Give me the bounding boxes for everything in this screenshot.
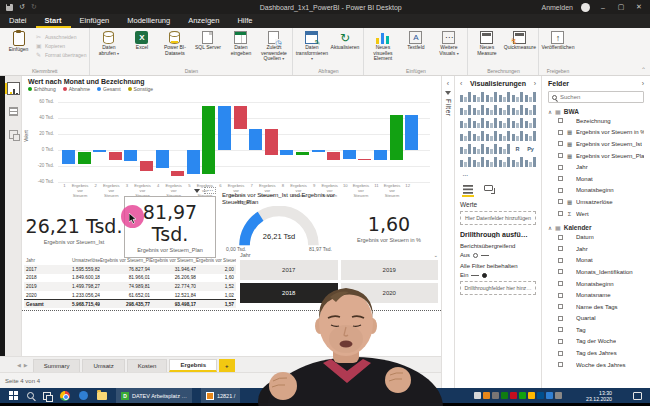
maximize-button[interactable]: ▢ <box>616 3 626 11</box>
visual-type-icon[interactable] <box>473 117 484 128</box>
waterfall-bar[interactable] <box>109 152 122 160</box>
waterfall-bar[interactable] <box>93 150 106 152</box>
visual-type-icon[interactable] <box>499 130 510 141</box>
notification-center-icon[interactable] <box>633 392 642 400</box>
checkbox[interactable] <box>558 339 563 344</box>
field-item[interactable]: Bezeichnung <box>548 115 644 127</box>
visual-type-icon[interactable] <box>499 104 510 115</box>
table-row[interactable]: Gesamt 5.968.715,49 298.435,77 93.498,17… <box>24 299 236 308</box>
add-page-button[interactable]: + <box>219 359 235 372</box>
field-item[interactable]: Monats_Identifikation <box>548 266 644 278</box>
cross-report-toggle[interactable]: Aus <box>460 252 536 258</box>
field-item[interactable]: Jahr <box>548 243 644 255</box>
ribbon-button[interactable]: Aktualisieren <box>329 30 360 51</box>
table-row[interactable]: 2019 1.499.798,27 74.989,81 22.774,70 1,… <box>24 282 236 291</box>
expand-icon[interactable]: ‹ <box>447 80 449 87</box>
table-node-kalender[interactable]: ∧ ▦ Kalender <box>548 224 644 231</box>
table-row[interactable]: 2018 1.849.600,18 81.966,01 26.206,98 1,… <box>24 274 236 283</box>
checkbox[interactable] <box>558 269 563 274</box>
ribbon-button[interactable]: Daten eingeben <box>225 30 256 56</box>
tab-start[interactable]: Start <box>36 14 71 28</box>
field-item[interactable]: ▦ Umsatzerlöse <box>548 196 644 208</box>
field-item[interactable]: Monatsname <box>548 289 644 301</box>
waterfall-bar[interactable] <box>343 150 356 159</box>
expand-icon[interactable]: › <box>534 80 536 87</box>
visual-type-icon[interactable] <box>512 117 523 128</box>
checkbox[interactable] <box>558 153 563 158</box>
visual-type-icon[interactable] <box>473 143 484 154</box>
waterfall-bar[interactable] <box>234 106 247 129</box>
search-input[interactable] <box>560 94 640 100</box>
visual-type-icon[interactable] <box>486 91 497 102</box>
waterfall-bar[interactable] <box>358 159 371 160</box>
ribbon-button[interactable]: Quickmeasure <box>504 30 535 51</box>
tray-icon[interactable] <box>537 392 544 399</box>
report-view-button[interactable] <box>7 82 20 95</box>
ribbon-button[interactable]: Daten abrufen ▾ <box>93 30 124 56</box>
format-painter-button[interactable]: ✎Format übertragen <box>36 51 86 58</box>
more-options-icon[interactable]: ⋯ <box>204 187 216 194</box>
visual-type-icon[interactable] <box>512 130 523 141</box>
visual-type-icon[interactable] <box>486 130 497 141</box>
tab-datei[interactable]: Datei <box>0 14 36 28</box>
visual-type-icon[interactable] <box>525 117 536 128</box>
tab-modellierung[interactable]: Modellierung <box>118 14 179 28</box>
slicer-option-2019[interactable]: 2019 <box>341 260 439 280</box>
ribbon-button[interactable]: Neues visuelles Element <box>367 30 398 62</box>
checkbox[interactable] <box>558 118 563 123</box>
taskbar-search-icon[interactable] <box>27 392 34 399</box>
visual-type-icon[interactable] <box>499 156 510 167</box>
visual-type-icon[interactable] <box>486 156 497 167</box>
page-tab-ergebnis[interactable]: Ergebnis <box>169 359 217 372</box>
field-item[interactable]: Quartal <box>548 313 644 325</box>
visual-type-icon[interactable]: R <box>512 143 523 154</box>
visual-type-icon[interactable] <box>460 156 471 167</box>
taskbar-app-number[interactable]: 12821 / <box>201 388 240 403</box>
checkbox[interactable] <box>558 141 563 146</box>
checkbox[interactable] <box>558 246 563 251</box>
next-page-icon[interactable]: ▶ <box>24 362 28 368</box>
collapse-icon[interactable]: ∧ <box>548 109 552 115</box>
collapse-icon[interactable]: ‹ <box>460 80 462 87</box>
ribbon-button[interactable]: Neues Measure <box>471 30 502 56</box>
ribbon-button[interactable]: Veröffentlichen <box>542 30 573 51</box>
checkbox[interactable] <box>558 316 563 321</box>
filter-funnel-icon[interactable] <box>194 189 200 193</box>
checkbox[interactable] <box>558 165 563 170</box>
avatar[interactable] <box>581 3 590 12</box>
ribbon-button[interactable]: Textfeld <box>400 30 431 51</box>
visual-type-icon[interactable] <box>460 104 471 115</box>
waterfall-bar[interactable] <box>187 150 200 174</box>
keep-filters-toggle[interactable]: Ein <box>460 272 536 278</box>
tab-einfuegen[interactable]: Einfügen <box>71 14 119 28</box>
checkbox[interactable] <box>558 188 563 193</box>
waterfall-bar[interactable] <box>156 150 169 168</box>
checkbox[interactable] <box>558 199 563 204</box>
waterfall-bar[interactable] <box>140 161 153 171</box>
waterfall-bar[interactable] <box>62 150 75 164</box>
ribbon-button[interactable]: Excel <box>126 30 157 51</box>
checkbox[interactable] <box>558 293 563 298</box>
visual-type-icon[interactable] <box>486 143 497 154</box>
tray-icon[interactable] <box>546 392 553 399</box>
waterfall-bar[interactable] <box>218 106 231 150</box>
field-drop-zone[interactable]: Hier Datenfelder hinzufügen <box>460 211 536 225</box>
expand-icon[interactable]: › <box>642 80 644 87</box>
app-icon[interactable] <box>79 391 88 400</box>
tray-icon[interactable] <box>519 392 526 399</box>
visual-type-icon[interactable] <box>460 143 471 154</box>
checkbox[interactable] <box>558 327 563 332</box>
checkbox[interactable] <box>558 176 563 181</box>
checkbox[interactable] <box>558 211 563 216</box>
visual-type-icon[interactable] <box>473 130 484 141</box>
visual-type-icon[interactable] <box>525 156 536 167</box>
minimize-button[interactable]: – <box>598 4 608 11</box>
checkbox[interactable] <box>558 235 563 240</box>
prev-page-icon[interactable]: ◀ <box>17 362 21 368</box>
collapse-icon[interactable]: ∧ <box>548 225 552 231</box>
page-tab-kosten[interactable]: Kosten <box>127 359 168 372</box>
search-box[interactable] <box>548 91 644 103</box>
checkbox[interactable] <box>558 258 563 263</box>
field-item[interactable]: Woche des Jahres <box>548 359 644 371</box>
visual-type-icon[interactable] <box>460 91 471 102</box>
